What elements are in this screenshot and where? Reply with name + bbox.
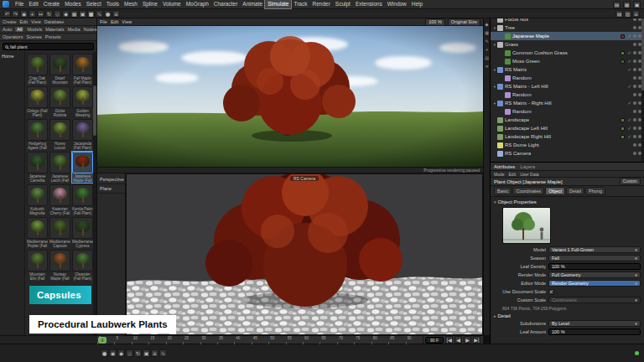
custom-scale-dropdown[interactable]: Centimeters▼ <box>548 297 641 303</box>
menu-animate[interactable]: Animate <box>240 0 265 8</box>
viewport-panel-perspective[interactable]: Perspective <box>97 175 125 184</box>
go-start-icon[interactable]: |◀ <box>445 336 453 344</box>
custom-button[interactable]: Custom <box>620 178 641 185</box>
menu-track[interactable]: Track <box>291 0 309 8</box>
object-row-landscape-right-hill[interactable]: Landscape Right Hill✓ <box>491 132 644 141</box>
visibility-dot-editor[interactable] <box>633 143 636 147</box>
material-icon[interactable]: ● <box>104 10 112 18</box>
object-row-rs-camera[interactable]: RS Camera <box>491 149 644 158</box>
enabled-check-icon[interactable]: ✓ <box>627 67 631 72</box>
visibility-dot-editor[interactable] <box>633 118 636 122</box>
asset-tab-view[interactable]: View <box>31 19 41 24</box>
menu-icon[interactable]: ≡ <box>112 10 120 18</box>
render-settings-icon[interactable]: ▣ <box>79 10 86 18</box>
menu-window[interactable]: Window <box>385 0 409 8</box>
undo-icon[interactable]: ↶ <box>3 10 11 18</box>
plant-preview-thumbnail[interactable] <box>502 207 551 244</box>
play-icon[interactable]: ▶ <box>464 336 471 344</box>
perspective-viewport[interactable]: RS Camera <box>126 173 483 335</box>
attribute-tab-detail[interactable]: Detail <box>566 187 584 195</box>
asset-tab-edit[interactable]: Edit <box>20 19 28 24</box>
asset-scrollbar[interactable] <box>93 52 96 335</box>
asset-cat-presets[interactable]: Presets <box>45 34 61 39</box>
autokey-icon[interactable]: ◉ <box>109 349 117 357</box>
render-view-icon[interactable]: ▦ <box>70 10 78 18</box>
playback-settings-icon[interactable]: ≡ <box>151 349 158 357</box>
menu-spline[interactable]: Spline <box>140 0 160 8</box>
live-selection-icon[interactable]: ◉ <box>20 10 28 18</box>
asset-plant-ginkgo-fall-plant[interactable]: Ginkgo (Fall Plant) <box>27 86 48 117</box>
layout-split-icon[interactable]: ▦ <box>623 1 631 8</box>
enabled-check-icon[interactable]: ✓ <box>627 126 631 131</box>
menu-render[interactable]: Render <box>309 0 332 8</box>
asset-plant-globe-robinia-fall-plant[interactable]: Globe Robinia (Fall Plant) <box>49 86 70 117</box>
enabled-check-icon[interactable]: ✓ <box>627 50 631 55</box>
menu-edit[interactable]: Edit <box>26 0 40 8</box>
layout-full-icon[interactable]: ▣ <box>633 1 641 8</box>
asset-filter-all[interactable]: All <box>15 27 23 32</box>
visibility-dot-editor[interactable] <box>633 51 636 54</box>
material-swatch[interactable] <box>621 135 625 139</box>
menu-volume[interactable]: Volume <box>160 0 184 8</box>
render-view-menu-edit[interactable]: Edit <box>111 19 118 24</box>
move-icon[interactable]: + <box>29 10 36 18</box>
layout-standard-icon[interactable]: ▤ <box>613 1 621 8</box>
menu-help[interactable]: Help <box>409 0 425 8</box>
render-view-menu-view[interactable]: View <box>122 19 132 24</box>
asset-tab-create[interactable]: Create <box>3 19 17 24</box>
visibility-dot-editor[interactable] <box>633 76 636 80</box>
rotate-icon[interactable]: ↻ <box>45 10 53 18</box>
next-frame-icon[interactable]: ▶| <box>473 336 480 344</box>
asset-cat-operators[interactable]: Operators <box>3 34 23 39</box>
season-dropdown[interactable]: Fall▼ <box>548 255 641 261</box>
scale-icon[interactable]: ↔ <box>37 10 44 18</box>
redo-icon[interactable]: ↷ <box>12 10 19 18</box>
end-frame-field[interactable]: 90 F <box>425 337 444 344</box>
asset-filter-media[interactable]: Media <box>68 27 80 32</box>
axis-icon[interactable]: + <box>485 47 488 52</box>
object-row-landscape-left-hill[interactable]: Landscape Left Hill✓ <box>491 124 644 132</box>
leaf-amount-field[interactable]: 100 % <box>548 328 641 335</box>
visibility-dot-editor[interactable] <box>633 68 636 71</box>
object-row-rs-matrix-right-hill[interactable]: ▾RS Matrix - Right Hill✓ <box>491 99 644 107</box>
asset-plant-mountain-elm-fall-plant[interactable]: Mountain Elm (Fall Plant) <box>27 250 48 281</box>
visibility-dot-editor[interactable] <box>633 43 636 46</box>
material-swatch[interactable] <box>621 34 625 39</box>
menu-mograph[interactable]: MoGraph <box>184 0 211 8</box>
menu-create[interactable]: Create <box>41 0 63 8</box>
render-view-menu-file[interactable]: File <box>100 19 107 24</box>
visibility-dot-editor[interactable] <box>633 93 636 96</box>
object-row-moss-green[interactable]: Moss Green✓ <box>491 57 644 65</box>
enabled-check-icon[interactable]: ✓ <box>627 84 631 89</box>
coordinates-icon[interactable]: ◆ <box>62 10 70 18</box>
camera-label[interactable]: RS Camera <box>290 176 319 181</box>
attribute-tab-phong[interactable]: Phong <box>585 187 605 195</box>
attribute-tab-coordinates[interactable]: Coordinates <box>512 187 544 195</box>
asset-cat-scenes[interactable]: Scenes <box>26 34 41 39</box>
detail-section-header[interactable]: ▸Detail <box>494 312 641 319</box>
object-row-tree[interactable]: ▾Tree <box>491 23 644 32</box>
object-row-random[interactable]: Random <box>491 107 644 116</box>
menu-extensions[interactable]: Extensions <box>353 0 385 8</box>
visibility-dot-editor[interactable] <box>633 34 636 38</box>
asset-plant-kentia-palm-fall-plant[interactable]: Kentia Palm (Fall Plant) <box>72 184 93 215</box>
size-dropdown[interactable]: Original Size <box>448 18 480 26</box>
material-swatch[interactable] <box>621 127 625 131</box>
timeline-ruler[interactable]: 0 051015202530354045505560657075808590 <box>97 336 423 344</box>
enabled-check-icon[interactable]: ✓ <box>627 34 631 39</box>
asset-tab-database[interactable]: Database <box>44 19 65 24</box>
asset-plant-crag-oak-fall-plant[interactable]: Crag Oak (Fall Plant) <box>27 54 48 85</box>
object-row-landscape[interactable]: Landscape✓ <box>491 116 644 124</box>
leaf-density-field[interactable]: 100 % <box>548 263 641 270</box>
object-row-random[interactable]: Random <box>491 90 644 99</box>
object-row-common-cushion-grass[interactable]: Common Cushion Grass✓ <box>491 49 644 57</box>
attributes-edit-menu[interactable]: Edit <box>509 172 517 177</box>
enabled-check-icon[interactable]: ✓ <box>627 59 631 64</box>
record-keyframe-icon[interactable]: ● <box>101 349 108 357</box>
attribute-tab-object[interactable]: Object <box>545 187 565 195</box>
editor-mode-dropdown[interactable]: Render Geometry▼ <box>548 280 641 287</box>
menu-select[interactable]: Select <box>84 0 104 8</box>
object-row-random[interactable]: Random <box>491 74 644 82</box>
attributes-tab-attributes[interactable]: Attributes <box>494 164 515 169</box>
asset-filter-nodes[interactable]: Nodes <box>83 27 96 32</box>
